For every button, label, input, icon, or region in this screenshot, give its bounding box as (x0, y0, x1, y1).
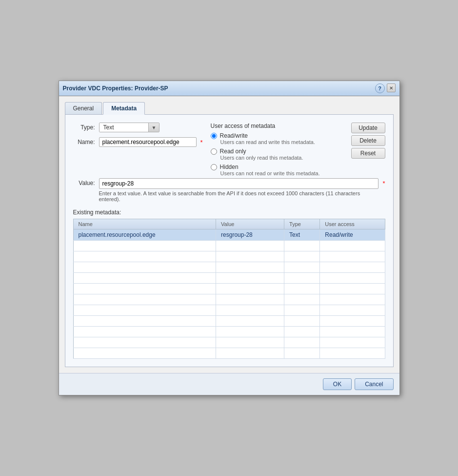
table-cell-value: resgroup-28 (216, 229, 284, 241)
table-row-empty (73, 262, 385, 273)
radio-hidden-label: Hidden (220, 164, 239, 170)
table-row-empty (73, 327, 385, 337)
close-button[interactable]: ✕ (387, 83, 396, 92)
table-row-empty (73, 251, 385, 262)
empty-cell (73, 305, 216, 316)
radio-readonly-desc: Users can only read this metadata. (220, 155, 343, 161)
empty-cell (284, 337, 320, 348)
radio-group: Read/write Users can read and write this… (211, 132, 343, 178)
empty-cell (216, 273, 284, 284)
empty-cell (320, 241, 385, 251)
empty-cell (284, 251, 320, 262)
delete-button[interactable]: Delete (351, 135, 385, 146)
title-bar: Provider VDC Properties: Provider-SP ? ✕ (59, 81, 399, 96)
user-access-title: User access of metadata (211, 123, 343, 129)
table-header-row: Name Value Type User access (73, 219, 385, 229)
value-input-area: Enter a text value. A text value is sear… (99, 178, 379, 202)
type-label: Type: (73, 124, 95, 131)
table-row-empty (73, 316, 385, 327)
value-input[interactable] (99, 178, 379, 189)
title-bar-left: Provider VDC Properties: Provider-SP (63, 85, 168, 92)
empty-cell (284, 348, 320, 359)
empty-cell (73, 241, 216, 251)
table-row[interactable]: placement.resourcepool.edgeresgroup-28Te… (73, 229, 385, 241)
table-row-empty (73, 241, 385, 251)
col-type: Type (284, 219, 320, 229)
table-row-empty (73, 284, 385, 294)
col-name: Name (73, 219, 216, 229)
empty-cell (216, 316, 284, 327)
empty-cell (284, 241, 320, 251)
cancel-button[interactable]: Cancel (355, 378, 393, 390)
table-row-empty (73, 294, 385, 305)
empty-cell (73, 348, 216, 359)
empty-cell (73, 337, 216, 348)
type-row: Type: Text ▼ (73, 123, 203, 132)
empty-cell (284, 294, 320, 305)
empty-cell (284, 305, 320, 316)
radio-hidden-input[interactable] (211, 164, 217, 170)
empty-cell (284, 327, 320, 337)
empty-cell (73, 294, 216, 305)
name-required-star: * (200, 139, 203, 146)
metadata-panel: Type: Text ▼ Name: * User a (65, 115, 394, 367)
name-row: Name: * (73, 137, 203, 147)
table-cell-user_access: Read/write (320, 229, 385, 241)
table-row-empty (73, 273, 385, 284)
radio-hidden: Hidden Users can not read or write this … (211, 164, 343, 176)
action-buttons: Update Delete Reset (351, 123, 385, 178)
empty-cell (284, 284, 320, 294)
radio-readwrite-label: Read/write (220, 132, 248, 139)
dialog-title: Provider VDC Properties: Provider-SP (63, 85, 168, 92)
top-section: Type: Text ▼ Name: * User a (73, 123, 385, 178)
empty-cell (216, 262, 284, 273)
value-section: Value: Enter a text value. A text value … (73, 178, 385, 202)
user-access-section: User access of metadata Read/write Users… (211, 123, 343, 178)
empty-cell (73, 251, 216, 262)
title-bar-right: ? ✕ (375, 83, 396, 93)
help-button[interactable]: ? (375, 83, 385, 93)
empty-cell (284, 273, 320, 284)
type-select-arrow-icon[interactable]: ▼ (148, 123, 159, 132)
empty-cell (320, 316, 385, 327)
table-row-empty (73, 305, 385, 316)
type-select-value: Text (100, 123, 148, 132)
tab-bar: General Metadata (65, 102, 394, 115)
col-user-access: User access (320, 219, 385, 229)
empty-cell (216, 337, 284, 348)
empty-cell (284, 316, 320, 327)
update-button[interactable]: Update (351, 123, 385, 133)
footer: OK Cancel (59, 373, 399, 395)
empty-cell (320, 251, 385, 262)
type-select[interactable]: Text ▼ (99, 123, 160, 132)
tab-metadata[interactable]: Metadata (103, 102, 145, 115)
empty-cell (216, 305, 284, 316)
radio-readwrite-desc: Users can read and write this metadata. (220, 139, 343, 145)
value-required-star: * (382, 178, 385, 187)
empty-cell (216, 294, 284, 305)
empty-cell (216, 241, 284, 251)
name-label: Name: (73, 139, 95, 145)
empty-cell (320, 294, 385, 305)
table-cell-name: placement.resourcepool.edge (73, 229, 216, 241)
table-row-empty (73, 348, 385, 359)
form-fields: Type: Text ▼ Name: * (73, 123, 203, 178)
radio-hidden-desc: Users can not read or write this metadat… (220, 170, 343, 176)
reset-button[interactable]: Reset (351, 148, 385, 159)
empty-cell (216, 327, 284, 337)
existing-metadata-section: Existing metadata: Name Value Type User … (73, 209, 385, 359)
radio-readonly-input[interactable] (211, 148, 217, 155)
radio-readwrite: Read/write Users can read and write this… (211, 132, 343, 145)
tab-general[interactable]: General (65, 102, 102, 114)
radio-readonly: Read only Users can only read this metad… (211, 148, 343, 161)
empty-cell (73, 284, 216, 294)
empty-cell (320, 273, 385, 284)
radio-readonly-label: Read only (220, 148, 246, 155)
table-cell-type: Text (284, 229, 320, 241)
empty-cell (320, 305, 385, 316)
empty-cell (73, 327, 216, 337)
radio-readwrite-input[interactable] (211, 133, 217, 139)
empty-cell (216, 348, 284, 359)
ok-button[interactable]: OK (323, 378, 352, 390)
name-input[interactable] (99, 137, 197, 147)
